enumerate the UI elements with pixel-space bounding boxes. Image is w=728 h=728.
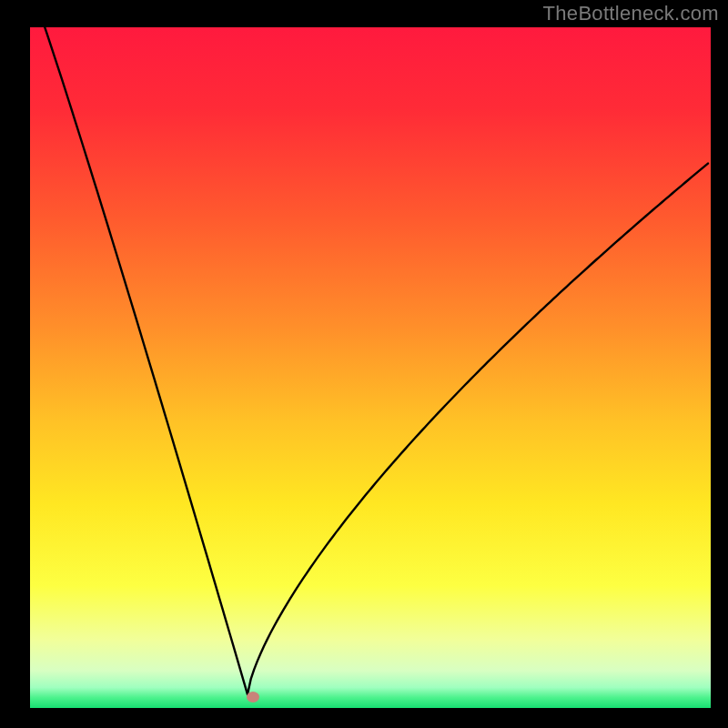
bottleneck-chart: [0, 0, 728, 728]
optimal-point-marker: [247, 692, 259, 703]
chart-container: TheBottleneck.com: [0, 0, 728, 728]
watermark-text: TheBottleneck.com: [543, 2, 719, 25]
plot-gradient-background: [30, 27, 711, 708]
